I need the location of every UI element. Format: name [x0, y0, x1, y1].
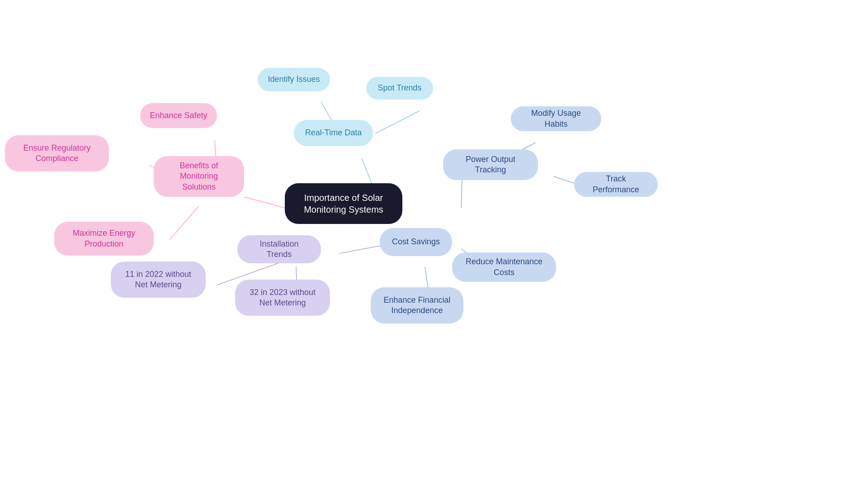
- installation-trends-node: Installation Trends: [237, 235, 321, 263]
- power-output-node: Power Output Tracking: [443, 149, 538, 180]
- svg-line-7: [461, 179, 462, 208]
- maximize-energy-node: Maximize Energy Production: [54, 222, 154, 256]
- center-node: Importance of Solar Monitoring Systems: [285, 183, 402, 224]
- cost-savings-node: Cost Savings: [380, 228, 452, 256]
- svg-line-3: [170, 206, 199, 240]
- reduce-maintenance-node: Reduce Maintenance Costs: [452, 252, 556, 282]
- financial-independence-node: Enhance Financial Independence: [371, 287, 463, 323]
- enhance-safety-node: Enhance Safety: [140, 103, 217, 128]
- spot-trends-node: Spot Trends: [366, 77, 433, 100]
- real-time-data-node: Real-Time Data: [294, 120, 373, 146]
- benefits-node: Benefits of Monitoring Solutions: [154, 156, 244, 197]
- ensure-regulatory-node: Ensure Regulatory Compliance: [5, 135, 109, 171]
- mind-map: Importance of Solar Monitoring Systems B…: [0, 0, 868, 490]
- net-metering-2022-node: 11 in 2022 without Net Metering: [111, 262, 206, 298]
- svg-line-6: [375, 111, 420, 133]
- track-performance-node: Track Performance: [574, 172, 658, 197]
- modify-usage-node: Modify Usage Habits: [511, 106, 601, 131]
- net-metering-2023-node: 32 in 2023 without Net Metering: [235, 280, 330, 316]
- identify-issues-node: Identify Issues: [258, 68, 330, 91]
